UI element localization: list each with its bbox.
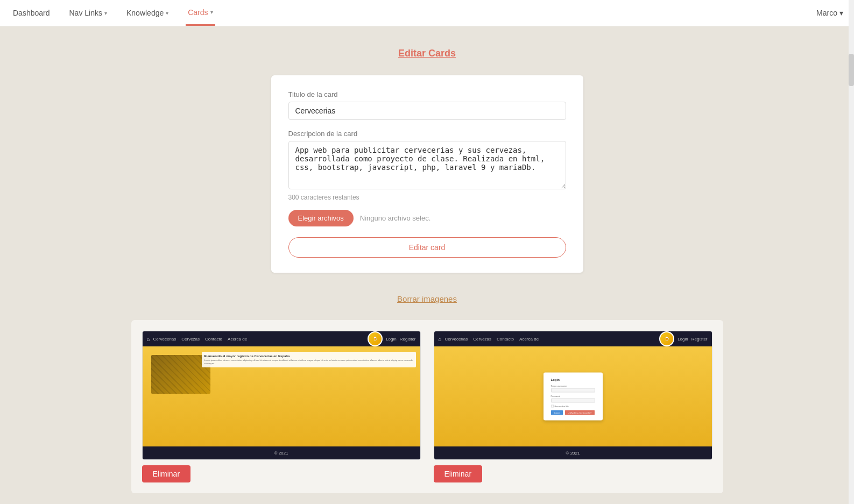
cards-grid: ⌂ Cervecerias Cervezas Contacto Acerca d… <box>131 320 723 493</box>
nav-knowledge-chevron: ▾ <box>166 10 168 16</box>
borrar-imagenes-section: Borrar imagenes <box>61 294 793 304</box>
card2-logo: 🍺 <box>659 331 674 346</box>
card2-forgot-btn: ¿Olvidó su Contraseña? <box>565 410 595 415</box>
scrollbar[interactable] <box>849 0 854 504</box>
card-item-1: ⌂ Cervecerias Cervezas Contacto Acerca d… <box>142 331 421 482</box>
edit-card-button[interactable]: Editar card <box>288 237 566 258</box>
file-row: Elegir archivos Ninguno archivo selec. <box>288 210 566 226</box>
card1-mini-footer: © 2021 <box>143 446 420 459</box>
page-title: Editar Cards <box>61 48 793 59</box>
card2-login-link: Login <box>677 337 688 342</box>
card2-nav-acercade: Acerca de <box>519 337 539 342</box>
card2-password-label: Password <box>551 395 595 397</box>
nav-user-chevron: ▾ <box>839 9 843 17</box>
nav-cards-label: Cards <box>188 8 208 17</box>
card1-nav-contacto: Contacto <box>205 337 222 342</box>
card1-nav-cervecerias: Cervecerias <box>153 337 177 342</box>
card1-mini-nav: ⌂ Cervecerias Cervezas Contacto Acerca d… <box>143 331 420 346</box>
descripcion-label: Descripcion de la card <box>288 130 566 138</box>
card2-nav-cervecerias: Cervecerias <box>445 337 468 342</box>
card2-home-icon: ⌂ <box>439 336 442 342</box>
scrollbar-thumb[interactable] <box>849 54 854 86</box>
card1-home-icon: ⌂ <box>147 336 150 342</box>
card2-password-input <box>551 399 595 403</box>
card2-nav-cervezas: Cervezas <box>473 337 491 342</box>
card2-mini-body: Login Tengo username Password Recuerden … <box>434 346 712 446</box>
card2-login-btn: Iniciar <box>551 410 563 415</box>
card2-register-link: Register <box>691 337 708 342</box>
nav-knowledge-label: Knowledge <box>126 9 164 17</box>
card1-footer-text: © 2021 <box>274 451 288 456</box>
card1-heading: Bienvenido al mayor registro de Cervecer… <box>204 354 413 358</box>
main-content: Editar Cards Titulo de la card Descripci… <box>51 26 804 504</box>
borrar-imagenes-link[interactable]: Borrar imagenes <box>397 294 457 303</box>
titulo-label: Titulo de la card <box>288 90 566 98</box>
card1-login-link: Login <box>386 337 397 342</box>
card2-remember-checkbox <box>551 405 554 408</box>
card2-mini-nav-links: Cervecerias Cervezas Contacto Acerca de <box>445 337 657 342</box>
card-screenshot-1: ⌂ Cervecerias Cervezas Contacto Acerca d… <box>142 331 421 460</box>
card2-login-buttons: Iniciar ¿Olvidó su Contraseña? <box>551 410 595 415</box>
descripcion-textarea[interactable]: App web para publicitar cervecerias y su… <box>288 141 566 189</box>
card1-auth: Login Register <box>386 337 415 342</box>
card2-mini-nav: ⌂ Cervecerias Cervezas Contacto Acerca d… <box>434 331 712 346</box>
nav-knowledge[interactable]: Knowledge ▾ <box>124 1 171 25</box>
card1-nav-acercade: Acerca de <box>228 337 247 342</box>
card2-remember-label: Recuerden Me <box>555 405 569 408</box>
card2-username-label: Tengo username <box>551 385 595 387</box>
nav-items: Dashboard Nav Links ▾ Knowledge ▾ Cards … <box>11 1 816 26</box>
card1-mini-nav-links: Cervecerias Cervezas Contacto Acerca de <box>153 337 365 342</box>
card1-mini-body: Bienvenido al mayor registro de Cervecer… <box>143 346 420 446</box>
card2-login-form: Login Tengo username Password Recuerden … <box>544 373 603 421</box>
nav-links-label: Nav Links <box>69 9 102 17</box>
nav-user-label: Marco <box>816 9 837 17</box>
nav-cards-chevron: ▾ <box>210 9 213 15</box>
main-nav: Dashboard Nav Links ▾ Knowledge ▾ Cards … <box>0 0 854 26</box>
choose-file-button[interactable]: Elegir archivos <box>288 210 354 226</box>
nav-dashboard-label: Dashboard <box>13 9 50 17</box>
nav-links-chevron: ▾ <box>104 10 107 16</box>
nav-dashboard[interactable]: Dashboard <box>11 1 52 25</box>
no-file-text: Ninguno archivo selec. <box>360 214 431 222</box>
edit-form-card: Titulo de la card Descripcion de la card… <box>271 75 583 273</box>
card1-text-box: Bienvenido al mayor registro de Cervecer… <box>202 352 416 367</box>
card1-logo: 🍺 <box>368 331 383 346</box>
eliminar-button-1[interactable]: Eliminar <box>142 465 191 482</box>
nav-cards[interactable]: Cards ▾ <box>186 1 215 26</box>
nav-user[interactable]: Marco ▾ <box>816 9 843 17</box>
card1-register-link: Register <box>400 337 416 342</box>
card2-username-input <box>551 388 595 393</box>
chars-remaining: 300 caracteres restantes <box>288 194 566 201</box>
titulo-input[interactable] <box>288 102 566 120</box>
card2-remember-row: Recuerden Me <box>551 405 595 408</box>
card1-body-text: Lorem ipsum dolor sit amet consectetur a… <box>204 359 413 365</box>
card2-login-title: Login <box>551 378 595 381</box>
card2-auth: Login Register <box>677 337 707 342</box>
nav-nav-links[interactable]: Nav Links ▾ <box>67 1 109 25</box>
card-item-2: ⌂ Cervecerias Cervezas Contacto Acerca d… <box>434 331 712 482</box>
eliminar-button-2[interactable]: Eliminar <box>434 465 483 482</box>
card2-footer-text: © 2021 <box>566 451 580 456</box>
card2-nav-contacto: Contacto <box>497 337 514 342</box>
card-screenshot-2: ⌂ Cervecerias Cervezas Contacto Acerca d… <box>434 331 712 460</box>
card2-mini-footer: © 2021 <box>434 446 712 459</box>
card1-nav-cervezas: Cervezas <box>181 337 200 342</box>
